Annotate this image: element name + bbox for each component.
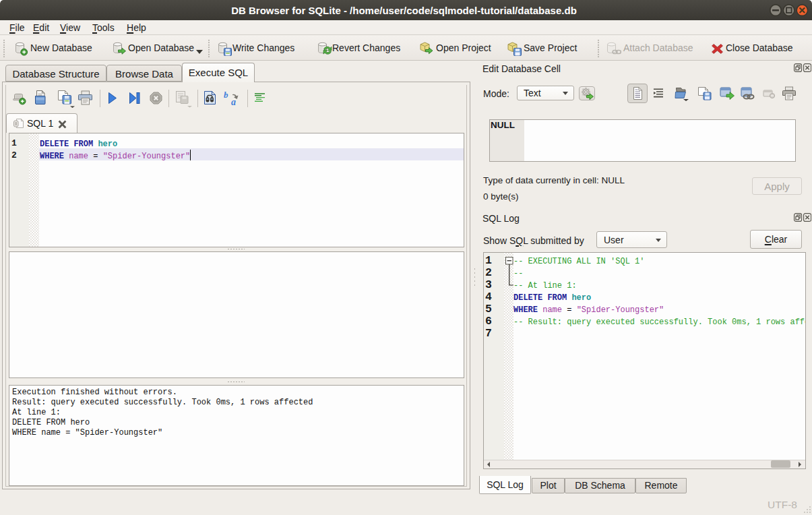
svg-text:b: b	[224, 90, 228, 100]
svg-text:a: a	[231, 97, 236, 106]
